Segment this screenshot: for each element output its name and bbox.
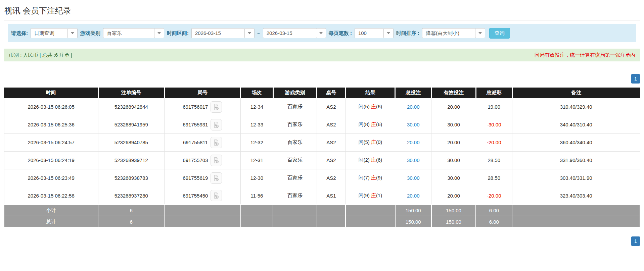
page-1-button[interactable]: 1 — [631, 236, 640, 246]
video-replay-icon — [213, 175, 220, 181]
table-no: AS2 — [317, 98, 346, 116]
note: 323.40/303.40 — [512, 187, 640, 205]
chevron-down-icon[interactable] — [475, 28, 485, 38]
page-title: 视讯 会员下注纪录 — [4, 0, 640, 20]
total-bet-cell: 30.00 — [395, 169, 431, 187]
date-to-value[interactable]: 2026-03-15 — [263, 28, 316, 38]
video-replay-button[interactable] — [211, 137, 222, 148]
subtotal-row-cell — [164, 205, 240, 216]
table-no: AS2 — [317, 151, 346, 169]
table-no: AS1 — [317, 187, 346, 205]
currency-summary: 币别 : 人民币 | 总共 :6 注单 | — [9, 52, 72, 58]
round-cell: 691755703 — [164, 151, 240, 169]
video-replay-button[interactable] — [211, 101, 222, 113]
chevron-down-icon[interactable] — [383, 28, 394, 38]
bet-id: 523268937280 — [98, 187, 164, 205]
total-bet-cell: 20.00 — [395, 133, 431, 151]
video-replay-button[interactable] — [211, 172, 222, 184]
query-mode-select[interactable]: 日期查询 — [31, 28, 78, 38]
chevron-down-icon[interactable] — [67, 28, 78, 38]
banker-result-score: (1) — [376, 193, 382, 198]
page-size-value[interactable]: 100 — [355, 28, 383, 38]
total-bet-link[interactable]: 30.00 — [407, 175, 420, 181]
column-header: 备注 — [512, 88, 640, 98]
total-bet-link[interactable]: 20.00 — [407, 193, 420, 199]
payout: 28.50 — [476, 169, 512, 187]
round-wrap: 691756017 — [183, 101, 222, 113]
column-header: 局号 — [164, 88, 240, 98]
total-row-cell: 150.00 — [395, 216, 431, 227]
video-replay-button[interactable] — [211, 155, 222, 166]
player-result-score: (8) — [363, 121, 371, 127]
total-bet-cell: 20.00 — [395, 98, 431, 116]
video-replay-icon — [213, 104, 220, 110]
total-bet-link[interactable]: 30.00 — [407, 122, 420, 127]
valid-bet: 30.00 — [431, 151, 476, 169]
banker-result-score: (6) — [376, 157, 382, 163]
date-to-select[interactable]: 2026-03-15 — [263, 28, 326, 38]
date-from-select[interactable]: 2026-03-15 — [191, 28, 255, 38]
session: 12-30 — [241, 169, 273, 187]
chevron-down-icon[interactable] — [316, 28, 326, 38]
table-row: 2026-03-15 06:24:57523268940785691755811… — [4, 133, 640, 151]
column-header: 总投注 — [395, 88, 431, 98]
total-bet-link[interactable]: 20.00 — [407, 140, 420, 145]
result-cell: 闲(5) 庄(6) — [346, 98, 395, 116]
total-bet-link[interactable]: 30.00 — [407, 157, 420, 163]
round-cell: 691755450 — [164, 187, 240, 205]
column-header: 游戏类别 — [273, 88, 317, 98]
bet-id: 523268941959 — [98, 116, 164, 133]
column-header: 桌号 — [317, 88, 346, 98]
video-replay-button[interactable] — [211, 190, 222, 201]
note: 360.40/340.40 — [512, 133, 640, 151]
payout: 19.00 — [476, 98, 512, 116]
total-row: 总计6150.00150.006.00 — [4, 216, 640, 227]
total-row-cell: 6 — [98, 216, 164, 227]
time-sort-select[interactable]: 降冪(由大到小) — [422, 28, 485, 38]
round-id: 691755619 — [183, 175, 208, 181]
total-row-cell — [317, 216, 346, 227]
payout: -20.00 — [476, 187, 512, 205]
table-no: AS2 — [317, 169, 346, 187]
session: 12-31 — [241, 151, 273, 169]
banker-result-label: 庄 — [371, 104, 376, 109]
chevron-down-icon[interactable] — [154, 28, 164, 38]
total-bet-cell: 30.00 — [395, 116, 431, 133]
table-row: 2026-03-15 06:22:58523268937280691755450… — [4, 187, 640, 205]
bet-records-table: 时间注单编号局号场次游戏类别桌号结果总投注有效投注总派彩备注 2026-03-1… — [4, 88, 640, 228]
subtotal-row: 小计6150.00150.006.00 — [4, 205, 640, 216]
table-no: AS2 — [317, 116, 346, 133]
query-mode-value[interactable]: 日期查询 — [31, 28, 67, 38]
time-sort-label: 时间排序 : — [396, 30, 419, 37]
banker-result-label: 庄 — [371, 121, 376, 127]
bet-id: 523268938783 — [98, 169, 164, 187]
valid-bet-notice: 同局有效投注，统一计算在该局第一张注单内 — [535, 52, 635, 58]
result-cell: 闲(5) 庄(0) — [346, 133, 395, 151]
chevron-down-icon[interactable] — [244, 28, 255, 38]
game-type: 百家乐 — [273, 169, 317, 187]
note: 331.90/360.40 — [512, 151, 640, 169]
page-size-select[interactable]: 100 — [355, 28, 394, 38]
search-button[interactable]: 查询 — [489, 28, 510, 39]
table-header-row: 时间注单编号局号场次游戏类别桌号结果总投注有效投注总派彩备注 — [4, 88, 640, 98]
game-type-select[interactable]: 百家乐 — [103, 28, 164, 38]
date-from-value[interactable]: 2026-03-15 — [191, 28, 244, 38]
result-cell: 闲(2) 庄(6) — [346, 151, 395, 169]
page-1-button[interactable]: 1 — [631, 74, 640, 84]
video-replay-button[interactable] — [211, 119, 222, 130]
bet-time: 2026-03-15 06:26:05 — [4, 98, 98, 116]
subtotal-row-cell: 6 — [98, 205, 164, 216]
total-row-cell: 6.00 — [476, 216, 512, 227]
game-type-value[interactable]: 百家乐 — [103, 28, 154, 38]
payout: 28.50 — [476, 151, 512, 169]
total-bet-link[interactable]: 20.00 — [407, 104, 420, 110]
game-type: 百家乐 — [273, 98, 317, 116]
game-type-label: 游戏类别 — [80, 30, 100, 37]
time-sort-value[interactable]: 降冪(由大到小) — [422, 28, 475, 38]
total-row-cell — [273, 216, 317, 227]
subtotal-row-cell: 小计 — [4, 205, 98, 216]
table-row: 2026-03-15 06:23:49523268938783691755619… — [4, 169, 640, 187]
subtotal-row-cell — [241, 205, 273, 216]
payout: -30.00 — [476, 116, 512, 133]
player-result-score: (5) — [363, 104, 371, 109]
